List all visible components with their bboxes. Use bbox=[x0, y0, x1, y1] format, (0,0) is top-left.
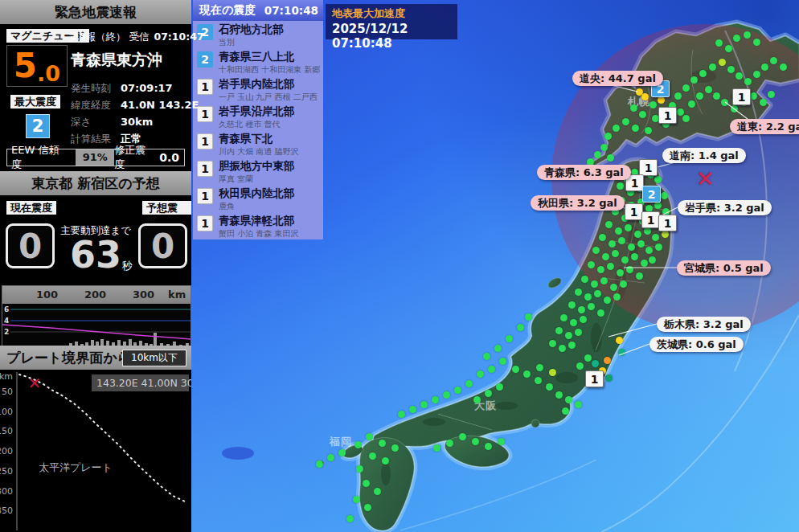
observation-dot bbox=[607, 263, 614, 270]
observation-dot bbox=[634, 231, 641, 238]
observation-dot bbox=[713, 92, 720, 100]
observation-dot bbox=[364, 504, 371, 511]
observation-dot bbox=[374, 488, 381, 495]
observation-dot bbox=[599, 234, 606, 241]
observation-dot bbox=[622, 118, 629, 125]
depth-tick: 200 bbox=[0, 446, 13, 456]
intensity-badge: 1 bbox=[197, 188, 213, 204]
observation-dot bbox=[655, 243, 662, 251]
depth-tick: 100 bbox=[0, 407, 13, 417]
observation-dot bbox=[617, 269, 624, 276]
observation-dot bbox=[721, 99, 728, 106]
pga-label: 岩手県: 3.2 gal bbox=[678, 200, 772, 215]
observation-dot bbox=[715, 39, 723, 47]
observation-dot bbox=[432, 396, 439, 403]
observation-dot bbox=[649, 101, 657, 108]
observation-dot bbox=[488, 366, 495, 373]
plate-name-label: 太平洋プレート bbox=[39, 461, 113, 473]
observation-dot bbox=[770, 57, 777, 64]
observation-dot bbox=[546, 383, 553, 391]
observation-dot bbox=[512, 366, 519, 373]
observation-dot bbox=[645, 247, 653, 254]
observation-dot bbox=[597, 309, 604, 317]
observation-dot bbox=[369, 452, 376, 460]
pga-label: 道央: 44.7 gal bbox=[572, 71, 663, 86]
observation-dot bbox=[559, 345, 566, 352]
observation-dot bbox=[604, 133, 612, 140]
y-tick: 6 bbox=[4, 305, 9, 313]
confidence-value: 91% bbox=[76, 149, 114, 166]
observation-dot bbox=[612, 250, 619, 257]
observation-dot bbox=[536, 364, 543, 371]
observation-dot bbox=[506, 335, 513, 342]
confidence-label: EEW 信頼度 bbox=[7, 143, 69, 172]
observation-dot bbox=[525, 313, 532, 321]
observation-dot bbox=[636, 272, 643, 280]
observation-dot bbox=[316, 460, 323, 468]
pga-label: 青森県: 6.3 gal bbox=[537, 165, 631, 180]
observation-dot bbox=[594, 290, 601, 297]
received-time: 07:10:47 bbox=[154, 31, 203, 43]
observation-dot bbox=[485, 443, 492, 450]
intensity-badge-map: 1 bbox=[641, 211, 660, 228]
observation-dot bbox=[433, 444, 440, 452]
eew-detail-value: 07:09:17 bbox=[121, 82, 173, 94]
observation-dot bbox=[735, 72, 743, 80]
eew-detail-label: 緯度経度 bbox=[71, 96, 117, 113]
observation-dot bbox=[472, 438, 479, 445]
intensity-badge: 1 bbox=[197, 161, 213, 177]
observation-dot bbox=[753, 71, 760, 78]
pga-label: 茨城県: 0.6 gal bbox=[649, 337, 744, 352]
epicenter-mark: ✕ bbox=[696, 168, 715, 190]
plate-depth-badge: 10km以下 bbox=[122, 350, 186, 366]
observation-dot bbox=[744, 78, 752, 85]
observation-dot bbox=[549, 369, 556, 376]
current-intensity-value: 0 bbox=[6, 223, 55, 268]
pga-label: 宮城県: 0.5 gal bbox=[677, 260, 771, 276]
observation-dot bbox=[652, 234, 659, 241]
observation-dot bbox=[592, 360, 599, 367]
pga-label: 秋田県: 3.2 gal bbox=[531, 195, 625, 211]
observation-dot bbox=[570, 319, 577, 326]
region-name: 岩手県沿岸北部 bbox=[219, 104, 295, 119]
eew-detail-row: 深さ30km bbox=[71, 113, 199, 129]
eta-unit: 秒 bbox=[122, 259, 133, 273]
observation-dot bbox=[498, 438, 505, 445]
observation-dot bbox=[608, 240, 616, 248]
observation-dot bbox=[366, 433, 373, 440]
observation-dot bbox=[391, 444, 399, 452]
observation-dot bbox=[600, 277, 608, 284]
observation-dot bbox=[443, 391, 450, 399]
magnitude-integer: 5 bbox=[14, 49, 37, 83]
confidence-row: EEW 信頼度 91% 修正震度 0.0 bbox=[6, 149, 185, 166]
eew-detail-label: 深さ bbox=[71, 113, 117, 130]
observation-dot bbox=[674, 92, 682, 100]
observation-dot bbox=[398, 411, 405, 418]
observation-dot bbox=[661, 192, 668, 199]
list-item: 1胆振地方中東部厚真 室蘭 bbox=[193, 158, 323, 185]
observation-dot bbox=[733, 35, 740, 42]
y-tick: 4 bbox=[4, 317, 9, 325]
observation-dot bbox=[499, 358, 506, 365]
x-axis-unit: km bbox=[168, 286, 186, 304]
intensity-badge: 1 bbox=[197, 106, 213, 122]
observation-dot bbox=[731, 105, 738, 113]
observation-dot bbox=[597, 266, 604, 273]
epicenter-name: 青森県東方沖 bbox=[71, 50, 162, 71]
pga-info-box: 地表最大加速度 2025/12/12 07:10:48 bbox=[326, 4, 457, 39]
observation-dot bbox=[682, 84, 690, 92]
observation-dot bbox=[600, 144, 608, 151]
observation-dot bbox=[727, 66, 735, 73]
intensity-badge-map: 1 bbox=[639, 159, 658, 176]
intensity-badge-map: 1 bbox=[625, 203, 643, 220]
list-item: 1岩手県沿岸北部久慈北 種市 普代 bbox=[193, 103, 323, 130]
eew-detail-label: 発生時刻 bbox=[71, 80, 117, 96]
max-intensity-label: 最大震度 bbox=[10, 95, 60, 108]
list-item: 1岩手県内陸北部一戸 玉山 九戸 西根 二戸西 bbox=[193, 76, 323, 103]
observation-dot bbox=[719, 59, 726, 66]
observation-dot bbox=[618, 349, 625, 356]
depth-tick: 250 bbox=[0, 466, 13, 477]
observation-dot bbox=[588, 303, 595, 310]
x-tick: 200 bbox=[84, 286, 106, 304]
intensity-badge: 1 bbox=[197, 79, 213, 95]
